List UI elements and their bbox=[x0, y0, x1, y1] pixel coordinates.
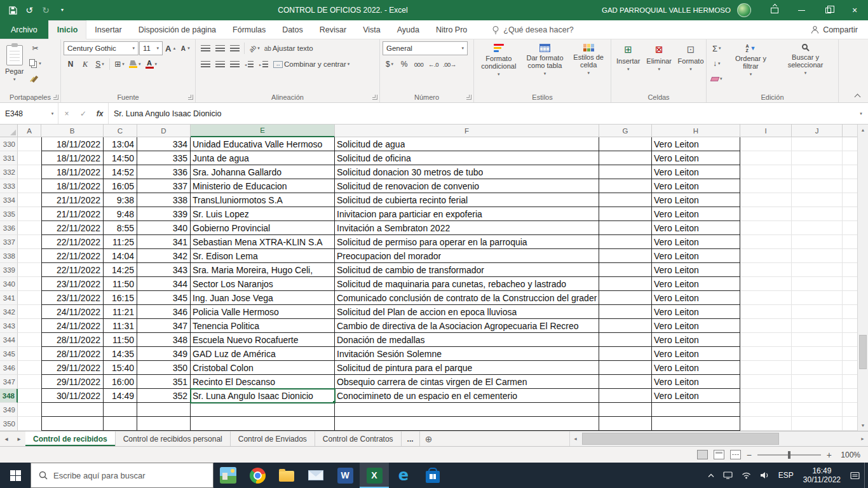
cell-D335[interactable]: 339 bbox=[137, 207, 191, 221]
cell-B336[interactable]: 22/11/2022 bbox=[41, 221, 104, 235]
column-header-D[interactable]: D bbox=[137, 125, 191, 137]
cell-J345[interactable] bbox=[792, 347, 843, 361]
start-button[interactable] bbox=[0, 463, 31, 488]
row-header-350[interactable]: 350 bbox=[0, 417, 18, 431]
borders-button[interactable]: ⊞▾ bbox=[112, 57, 126, 71]
cell-B335[interactable]: 21/11/2022 bbox=[41, 207, 104, 221]
row-header-345[interactable]: 345 bbox=[0, 347, 18, 361]
cell-C333[interactable]: 16:05 bbox=[104, 179, 137, 193]
cell-H345[interactable]: Vero Leiton bbox=[652, 347, 740, 361]
cell-B346[interactable]: 29/11/2022 bbox=[41, 361, 104, 375]
column-header-E[interactable]: E bbox=[191, 125, 335, 137]
formula-bar-expand[interactable]: ▾ bbox=[854, 103, 868, 124]
tray-display-button[interactable] bbox=[719, 463, 737, 488]
align-top-button[interactable] bbox=[198, 41, 212, 55]
cell-G344[interactable] bbox=[599, 333, 652, 347]
cell-H332[interactable]: Vero Leiton bbox=[652, 165, 740, 179]
cell-E339[interactable]: Sra. Maria Moreira, Hugo Celi, bbox=[191, 263, 335, 277]
cell-B348[interactable]: 30/11/2022 bbox=[41, 389, 104, 403]
cell-J332[interactable] bbox=[792, 165, 843, 179]
cell-B350[interactable] bbox=[41, 417, 104, 431]
cell-A331[interactable] bbox=[18, 151, 41, 165]
cell-H339[interactable]: Vero Leiton bbox=[652, 263, 740, 277]
cell-F335[interactable]: Inivitacion para particiar en expoferia bbox=[335, 207, 599, 221]
cell-A341[interactable] bbox=[18, 291, 41, 305]
cell-H342[interactable]: Vero Leiton bbox=[652, 305, 740, 319]
cell-C340[interactable]: 11:50 bbox=[104, 277, 137, 291]
cell-B340[interactable]: 23/11/2022 bbox=[41, 277, 104, 291]
row-header-349[interactable]: 349 bbox=[0, 403, 18, 417]
cell-J346[interactable] bbox=[792, 361, 843, 375]
scroll-up-arrow[interactable]: ▲ bbox=[858, 125, 868, 135]
cell-E337[interactable]: Sebastian Mena XTRA-KLIN S.A bbox=[191, 235, 335, 249]
fill-button[interactable]: ↓▾ bbox=[709, 57, 724, 71]
sheet-tab-2[interactable]: Control de recibidos personal bbox=[116, 431, 231, 446]
cell-H343[interactable]: Vero Leiton bbox=[652, 319, 740, 333]
cell-I333[interactable] bbox=[740, 179, 792, 193]
cell-D330[interactable]: 334 bbox=[137, 137, 191, 151]
minimize-button[interactable] bbox=[788, 0, 815, 20]
cell-F340[interactable]: Solicitud de maquinaria para cunetas, re… bbox=[335, 277, 599, 291]
cell-A345[interactable] bbox=[18, 347, 41, 361]
cell-I335[interactable] bbox=[740, 207, 792, 221]
format-cells-button[interactable]: ⊡ Formato▾ bbox=[675, 41, 706, 72]
cell-G346[interactable] bbox=[599, 361, 652, 375]
zoom-out-button[interactable]: − bbox=[747, 450, 752, 460]
cell-D333[interactable]: 337 bbox=[137, 179, 191, 193]
cell-E350[interactable] bbox=[191, 417, 335, 431]
cell-D338[interactable]: 342 bbox=[137, 249, 191, 263]
cell-H334[interactable]: Vero Leiton bbox=[652, 193, 740, 207]
cell-G333[interactable] bbox=[599, 179, 652, 193]
font-size-combo[interactable]: 11▾ bbox=[139, 41, 163, 55]
cell-C337[interactable]: 11:25 bbox=[104, 235, 137, 249]
cell-B344[interactable]: 28/11/2022 bbox=[41, 333, 104, 347]
cell-F332[interactable]: Solicitud donacion 30 metros de tubo bbox=[335, 165, 599, 179]
dialog-launcher-icon[interactable] bbox=[53, 95, 58, 100]
tab-insertar[interactable]: Insertar bbox=[86, 20, 130, 39]
cell-D342[interactable]: 346 bbox=[137, 305, 191, 319]
cell-F343[interactable]: Cambio de directiva de la Asociacion Agr… bbox=[335, 319, 599, 333]
cell-A335[interactable] bbox=[18, 207, 41, 221]
cell-F347[interactable]: Obsequio carrera de cintas virgen de El … bbox=[335, 375, 599, 389]
cell-H346[interactable]: Vero Leiton bbox=[652, 361, 740, 375]
cell-D345[interactable]: 349 bbox=[137, 347, 191, 361]
cell-B345[interactable]: 28/11/2022 bbox=[41, 347, 104, 361]
sort-filter-button[interactable]: AZ▼ Ordenar y filtrar▾ bbox=[726, 41, 776, 78]
cell-H348[interactable]: Vero Leiton bbox=[652, 389, 740, 403]
decrease-decimal-button[interactable]: .00→ bbox=[441, 57, 458, 71]
cell-F349[interactable] bbox=[335, 403, 599, 417]
cell-E334[interactable]: TransLluniormotos S.A bbox=[191, 193, 335, 207]
tab-ayuda[interactable]: Ayuda bbox=[389, 20, 428, 39]
merge-center-button[interactable]: ↔Combinar y centrar▾ bbox=[271, 57, 351, 71]
cell-A340[interactable] bbox=[18, 277, 41, 291]
row-header-347[interactable]: 347 bbox=[0, 375, 18, 389]
cell-J349[interactable] bbox=[792, 403, 843, 417]
cell-G335[interactable] bbox=[599, 207, 652, 221]
cell-J331[interactable] bbox=[792, 151, 843, 165]
taskbar-word[interactable]: W bbox=[330, 463, 360, 488]
cell-E331[interactable]: Junta de agua bbox=[191, 151, 335, 165]
cell-A330[interactable] bbox=[18, 137, 41, 151]
tab-revisar[interactable]: Revisar bbox=[311, 20, 355, 39]
cell-J341[interactable] bbox=[792, 291, 843, 305]
cell-I332[interactable] bbox=[740, 165, 792, 179]
cell-D336[interactable]: 340 bbox=[137, 221, 191, 235]
cell-G345[interactable] bbox=[599, 347, 652, 361]
share-button[interactable]: Compartir bbox=[811, 20, 868, 39]
cell-D347[interactable]: 351 bbox=[137, 375, 191, 389]
cell-F331[interactable]: Solicitud de oficina bbox=[335, 151, 599, 165]
cell-G332[interactable] bbox=[599, 165, 652, 179]
cell-A342[interactable] bbox=[18, 305, 41, 319]
cell-C334[interactable]: 9:38 bbox=[104, 193, 137, 207]
cell-D344[interactable]: 348 bbox=[137, 333, 191, 347]
column-header-G[interactable]: G bbox=[599, 125, 652, 137]
cell-G340[interactable] bbox=[599, 277, 652, 291]
cell-A344[interactable] bbox=[18, 333, 41, 347]
delete-cells-button[interactable]: ⊠ Eliminar▾ bbox=[644, 41, 674, 72]
column-header-H[interactable]: H bbox=[652, 125, 740, 137]
conditional-formatting-button[interactable]: Formato condicional▾ bbox=[477, 41, 521, 78]
tray-network-button[interactable] bbox=[737, 463, 756, 488]
cell-A339[interactable] bbox=[18, 263, 41, 277]
currency-format-button[interactable]: $▾ bbox=[383, 57, 397, 71]
zoom-level[interactable]: 100% bbox=[837, 451, 860, 459]
